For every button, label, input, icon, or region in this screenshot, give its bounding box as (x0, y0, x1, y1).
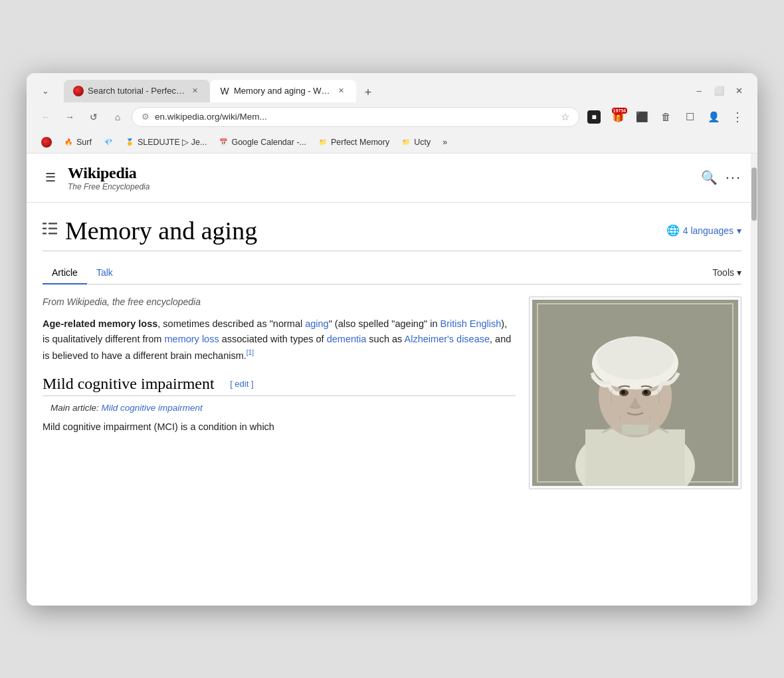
wiki-search-button[interactable]: 🔍 (701, 170, 718, 185)
article-title-left: Memory and aging (43, 216, 257, 245)
extension-badge: 19754 (612, 108, 627, 114)
tab-1-title: Search tutorial - Perfect M... (88, 86, 185, 96)
tab-2-favicon: W (219, 86, 230, 96)
scrollbar-thumb[interactable] (751, 168, 757, 221)
address-bar[interactable]: ⚙ en.wikipedia.org/wiki/Mem... ☆ (132, 107, 579, 127)
reload-button[interactable]: ↺ (84, 107, 104, 127)
page-wrapper: ☰ Wikipedia The Free Encyclopedia 🔍 ··· (27, 154, 757, 606)
tab-1-close[interactable]: ✕ (189, 85, 201, 97)
toc-icon[interactable] (43, 223, 57, 238)
main-article-note: Main article: Mild cognitive impairment (43, 403, 516, 413)
bookmark-ucty-label: Ucty (414, 138, 431, 147)
wiki-hamburger-button[interactable]: ☰ (43, 168, 58, 187)
tab-search-tutorial[interactable]: Search tutorial - Perfect M... ✕ (64, 80, 210, 102)
tab-2-close[interactable]: ✕ (335, 85, 347, 97)
bookmark-ext[interactable]: 💎 (98, 135, 118, 150)
svg-point-17 (644, 390, 648, 394)
tab-talk[interactable]: Talk (87, 262, 122, 284)
bookmark-favicon-ucty: 📁 (401, 138, 411, 147)
bookmark-star-icon[interactable]: ☆ (561, 111, 569, 123)
address-text: en.wikipedia.org/wiki/Mem... (155, 112, 555, 122)
lead-paragraph: Age-related memory loss, sometimes descr… (43, 316, 516, 365)
title-divider (43, 251, 741, 251)
bookmark-favicon-sledujte: 🥇 (125, 138, 134, 147)
window-action-buttons: – ⬜ ✕ (690, 82, 748, 100)
bookmark-pm-label: Perfect Memory (331, 138, 389, 147)
forward-button[interactable]: → (60, 107, 80, 127)
article-tab-list: Article Talk (43, 262, 122, 284)
badge-extension-button[interactable]: 🎁 19754 (607, 106, 629, 128)
wiki-header-actions: 🔍 ··· (701, 169, 741, 186)
wiki-logo-area: ☰ Wikipedia The Free Encyclopedia (43, 164, 149, 191)
home-button[interactable]: ⌂ (108, 107, 128, 127)
bookmark-favicon-ext: 💎 (104, 138, 113, 147)
extension-dark-icon[interactable]: ■ (583, 106, 605, 128)
svg-rect-9 (585, 429, 685, 486)
trash-extension-button[interactable]: 🗑 (655, 106, 676, 128)
section-text-mci: Mild cognitive impairment (MCI) is a con… (43, 419, 516, 435)
tab-bar: Search tutorial - Perfect M... ✕ W Memor… (64, 80, 684, 102)
bookmark-gcal-label: Google Calendar -... (231, 138, 306, 147)
profile-button[interactable]: 👤 (703, 106, 724, 128)
maximize-button[interactable]: ⬜ (710, 82, 728, 100)
wiki-logo: Wikipedia The Free Encyclopedia (68, 164, 149, 191)
page-scrollbar[interactable] (751, 154, 757, 606)
wiki-title: Wikipedia (68, 164, 149, 182)
wiki-header: ☰ Wikipedia The Free Encyclopedia 🔍 ··· (27, 154, 757, 203)
wiki-more-button[interactable]: ··· (726, 169, 741, 186)
browser-menu-button[interactable]: ⋮ (727, 106, 748, 128)
article-title-row: Memory and aging 🌐 4 languages ▾ (43, 216, 741, 245)
link-alzheimers[interactable]: Alzheimer's disease (405, 334, 490, 344)
old-woman-portrait (532, 300, 738, 486)
from-wiki-text: From Wikipedia, the free encyclopedia (43, 296, 516, 307)
tab-dropdown-btn[interactable]: ⌄ (36, 82, 54, 100)
svg-rect-4 (49, 228, 57, 230)
address-bar-row: ← → ↺ ⌂ ⚙ en.wikipedia.org/wiki/Mem... ☆… (27, 102, 757, 132)
bookmark-surf[interactable]: 🔥 Surf (58, 135, 97, 150)
wiki-subtitle: The Free Encyclopedia (68, 182, 149, 191)
bookmark-ucty-folder[interactable]: 📁 Ucty (396, 135, 436, 150)
article-area: Memory and aging 🌐 4 languages ▾ (27, 203, 757, 606)
link-british-english[interactable]: British English (440, 318, 501, 329)
svg-rect-2 (43, 233, 47, 235)
tab-article[interactable]: Article (43, 262, 87, 284)
article-image (532, 300, 738, 486)
article-title: Memory and aging (65, 216, 257, 245)
lead-bold: Age-related memory loss (43, 318, 157, 329)
title-bar: ⌄ Search tutorial - Perfect M... ✕ W Mem… (27, 73, 757, 102)
bookmark-perfect-memory-folder[interactable]: 📁 Perfect Memory (313, 135, 395, 150)
link-memory-loss[interactable]: memory loss (164, 334, 219, 344)
minimize-button[interactable]: – (690, 82, 708, 100)
bookmarks-more-icon: » (442, 138, 447, 147)
svg-rect-5 (49, 233, 57, 235)
link-mild-cognitive-main[interactable]: Mild cognitive impairment (102, 403, 203, 413)
extension-5-button[interactable]: ☐ (679, 106, 700, 128)
bookmark-sledujte[interactable]: 🥇 SLEDUJTE ▷ Je... (120, 134, 212, 150)
bookmark-favicon-pm: 📁 (318, 138, 328, 147)
section-mild-cognitive: Mild cognitive impairment [ edit ] (43, 375, 516, 396)
extension-3-button[interactable]: ⬛ (631, 106, 652, 128)
svg-rect-1 (43, 228, 47, 230)
bookmark-favicon-vivaldi (41, 137, 52, 148)
languages-button[interactable]: 🌐 4 languages ▾ (666, 224, 741, 237)
tools-chevron: ▾ (737, 267, 741, 278)
edit-link-mild-cognitive[interactable]: [ edit ] (230, 379, 253, 389)
tools-button[interactable]: Tools ▾ (712, 267, 741, 278)
bookmark-gcal[interactable]: 📅 Google Calendar -... (213, 135, 312, 150)
bookmark-vivaldi[interactable] (36, 134, 57, 150)
tab-wikipedia[interactable]: W Memory and aging - Wiki... ✕ (210, 80, 356, 102)
tab-1-favicon (73, 86, 84, 96)
security-icon: ⚙ (142, 112, 149, 122)
svg-point-16 (621, 390, 625, 394)
link-dementia[interactable]: dementia (327, 334, 367, 344)
bookmark-sledujte-label: SLEDUJTE ▷ Je... (138, 137, 207, 147)
back-button[interactable]: ← (36, 107, 56, 127)
bookmark-more[interactable]: » (437, 135, 452, 150)
wiki-search-icon: 🔍 (701, 170, 718, 185)
close-button[interactable]: ✕ (730, 82, 748, 100)
svg-rect-18 (622, 425, 648, 435)
new-tab-button[interactable]: + (359, 84, 377, 102)
toolbar-icons: ■ 🎁 19754 ⬛ 🗑 ☐ 👤 (583, 106, 748, 128)
link-aging[interactable]: aging (305, 318, 328, 329)
svg-point-13 (597, 337, 674, 380)
